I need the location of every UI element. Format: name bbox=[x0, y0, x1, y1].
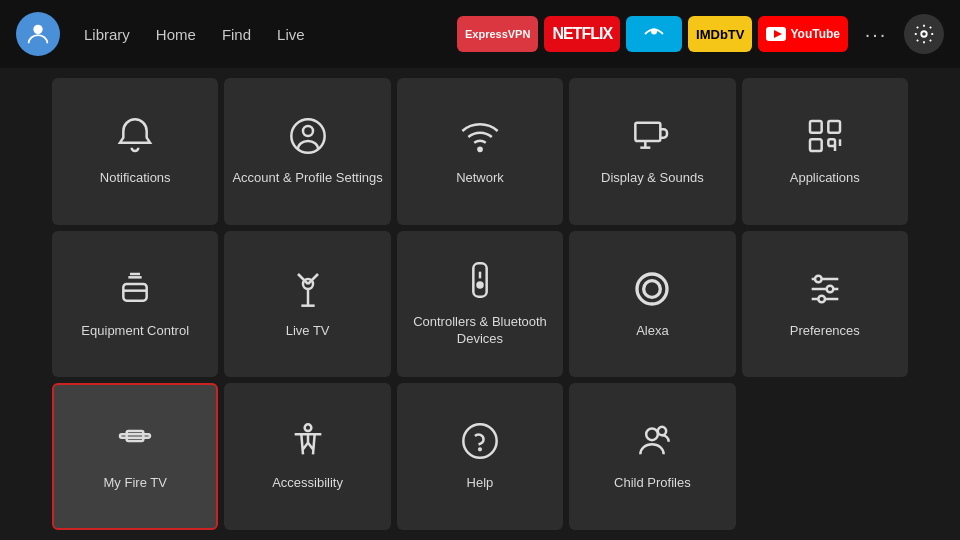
youtube-icon[interactable]: YouTube bbox=[758, 16, 848, 52]
top-nav: Library Home Find Live ExpressVPN NETFLI… bbox=[0, 0, 960, 68]
nav-find[interactable]: Find bbox=[212, 20, 261, 49]
remote-icon bbox=[460, 260, 500, 304]
nav-links: Library Home Find Live bbox=[74, 20, 315, 49]
svg-point-32 bbox=[815, 275, 822, 282]
svg-rect-36 bbox=[127, 431, 144, 441]
nav-live[interactable]: Live bbox=[267, 20, 315, 49]
imdb-icon[interactable]: IMDbTV bbox=[688, 16, 752, 52]
svg-rect-35 bbox=[120, 435, 150, 438]
svg-point-37 bbox=[304, 425, 311, 432]
help-circle-icon bbox=[460, 421, 500, 465]
firetv-icon bbox=[115, 421, 155, 465]
svg-rect-11 bbox=[810, 121, 822, 133]
grid-label-help: Help bbox=[467, 475, 494, 492]
avatar[interactable] bbox=[16, 12, 60, 56]
grid-item-child-profiles[interactable]: Child Profiles bbox=[569, 383, 735, 530]
grid-item-network[interactable]: Network bbox=[397, 78, 563, 225]
grid-item-equipment-control[interactable]: Equipment Control bbox=[52, 231, 218, 378]
nav-library[interactable]: Library bbox=[74, 20, 140, 49]
grid-item-account-profile[interactable]: Account & Profile Settings bbox=[224, 78, 390, 225]
settings-grid: NotificationsAccount & Profile SettingsN… bbox=[0, 68, 960, 540]
grid-item-display-sounds[interactable]: Display & Sounds bbox=[569, 78, 735, 225]
monitor-sound-icon bbox=[632, 116, 672, 160]
grid-label-my-fire-tv: My Fire TV bbox=[104, 475, 167, 492]
svg-point-0 bbox=[33, 25, 42, 34]
svg-rect-12 bbox=[828, 121, 840, 133]
svg-point-7 bbox=[478, 148, 481, 151]
grid-label-applications: Applications bbox=[790, 170, 860, 187]
grid-label-equipment-control: Equipment Control bbox=[81, 323, 189, 340]
grid-label-accessibility: Accessibility bbox=[272, 475, 343, 492]
prime-video-icon[interactable] bbox=[626, 16, 682, 52]
grid-label-child-profiles: Child Profiles bbox=[614, 475, 691, 492]
grid-label-controllers-bluetooth: Controllers & Bluetooth Devices bbox=[405, 314, 555, 348]
grid-label-network: Network bbox=[456, 170, 504, 187]
grid-item-notifications[interactable]: Notifications bbox=[52, 78, 218, 225]
grid-label-alexa: Alexa bbox=[636, 323, 669, 340]
grid-item-controllers-bluetooth[interactable]: Controllers & Bluetooth Devices bbox=[397, 231, 563, 378]
accessibility-icon bbox=[288, 421, 328, 465]
antenna-icon bbox=[288, 269, 328, 313]
grid-label-display-sounds: Display & Sounds bbox=[601, 170, 704, 187]
svg-point-39 bbox=[479, 449, 481, 451]
grid-label-live-tv: Live TV bbox=[286, 323, 330, 340]
app-icons: ExpressVPN NETFLIX IMDbTV YouTube bbox=[457, 16, 848, 52]
grid-label-preferences: Preferences bbox=[790, 323, 860, 340]
svg-point-6 bbox=[303, 126, 313, 136]
svg-point-38 bbox=[463, 425, 496, 458]
person-circle-icon bbox=[288, 116, 328, 160]
svg-point-27 bbox=[637, 274, 667, 304]
nav-home[interactable]: Home bbox=[146, 20, 206, 49]
svg-point-34 bbox=[818, 295, 825, 302]
svg-point-1 bbox=[651, 29, 657, 35]
svg-point-41 bbox=[658, 427, 666, 435]
grid-item-my-fire-tv[interactable]: My Fire TV bbox=[52, 383, 218, 530]
sliders-icon bbox=[805, 269, 845, 313]
svg-rect-8 bbox=[636, 123, 661, 141]
child-profile-icon bbox=[632, 421, 672, 465]
svg-rect-17 bbox=[124, 284, 147, 301]
bell-icon bbox=[115, 116, 155, 160]
grid-item-accessibility[interactable]: Accessibility bbox=[224, 383, 390, 530]
grid-label-account-profile: Account & Profile Settings bbox=[232, 170, 382, 187]
tv-remote-icon bbox=[115, 269, 155, 313]
more-button[interactable]: ··· bbox=[858, 16, 894, 52]
svg-point-40 bbox=[647, 429, 659, 441]
grid-item-live-tv[interactable]: Live TV bbox=[224, 231, 390, 378]
grid-label-notifications: Notifications bbox=[100, 170, 171, 187]
wifi-icon bbox=[460, 116, 500, 160]
netflix-icon[interactable]: NETFLIX bbox=[544, 16, 620, 52]
grid-item-preferences[interactable]: Preferences bbox=[742, 231, 908, 378]
svg-point-26 bbox=[477, 283, 482, 288]
svg-point-4 bbox=[921, 31, 927, 37]
grid-item-help[interactable]: Help bbox=[397, 383, 563, 530]
svg-point-33 bbox=[826, 285, 833, 292]
alexa-ring-icon bbox=[632, 269, 672, 313]
svg-point-28 bbox=[644, 280, 661, 297]
settings-button[interactable] bbox=[904, 14, 944, 54]
grid-item-alexa[interactable]: Alexa bbox=[569, 231, 735, 378]
expressvpn-icon[interactable]: ExpressVPN bbox=[457, 16, 538, 52]
svg-rect-13 bbox=[810, 139, 822, 151]
apps-grid-icon bbox=[805, 116, 845, 160]
grid-item-applications[interactable]: Applications bbox=[742, 78, 908, 225]
svg-rect-24 bbox=[473, 263, 486, 296]
